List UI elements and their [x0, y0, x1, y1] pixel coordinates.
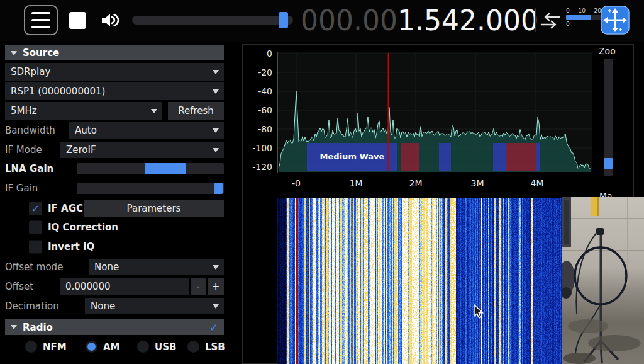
radio-nfm[interactable] [25, 341, 37, 353]
if-gain-handle[interactable] [214, 183, 223, 194]
offset-increment-button[interactable]: + [208, 278, 224, 295]
radio-lsb[interactable] [187, 341, 199, 353]
stop-button[interactable] [63, 6, 92, 34]
volume-button[interactable] [94, 6, 125, 34]
offset-value: 0.000000 [65, 281, 111, 292]
chevron-down-icon [213, 304, 219, 309]
snr-tick: 10 [578, 8, 585, 14]
radio-selected-dot [87, 343, 96, 351]
lna-gain-label: LNA Gain [5, 163, 53, 174]
frequency-leading-zeros: 000.00 [301, 4, 397, 37]
samplerate-row: 5MHz Refresh [5, 102, 224, 120]
fft-x-tick: 4M [523, 178, 551, 188]
offset-label: Offset [5, 281, 33, 292]
toolbar-divider [535, 8, 536, 32]
bandwidth-dropdown[interactable]: Auto [69, 122, 224, 139]
webcam-overlay [562, 197, 644, 364]
source-header-label: Source [23, 47, 59, 59]
fft-y-tick: -20 [243, 67, 272, 77]
radio-usb[interactable] [137, 341, 149, 353]
hamburger-icon [31, 12, 50, 28]
frequency-display[interactable]: 000.001.542.000 [301, 4, 526, 38]
lna-gain-slider[interactable] [77, 163, 224, 174]
mode-label-usb: USB [155, 341, 176, 353]
mode-selector-row: NFM AM USB LSB [5, 339, 224, 355]
if-gain-label: IF Gain [5, 183, 38, 194]
decimation-dropdown[interactable]: None [85, 298, 224, 314]
mouse-cursor [473, 304, 487, 319]
volume-slider-handle[interactable] [279, 12, 288, 28]
driver-row: SDRplay [5, 63, 224, 81]
offset-decrement-button[interactable]: - [191, 278, 206, 295]
if-mode-row: IF Mode ZeroIF [5, 142, 224, 158]
svg-text:Medium Wave: Medium Wave [320, 152, 385, 161]
invert-iq-checkbox[interactable] [29, 241, 42, 254]
offset-mode-row: Offset mode None [5, 259, 224, 275]
radio-header-label: Radio [23, 322, 53, 333]
fft-x-tick: 2M [402, 178, 430, 188]
lna-gain-handle[interactable] [145, 163, 186, 174]
snr-bar-fill [566, 15, 591, 20]
offset-input[interactable]: 0.000000 [60, 278, 189, 295]
section-header-source[interactable]: Source [5, 45, 224, 60]
mode-label-am: AM [103, 341, 120, 353]
chevron-down-icon [213, 265, 219, 270]
iq-correction-checkbox[interactable] [29, 221, 42, 234]
driver-value: SDRplay [11, 66, 50, 77]
invert-iq-row: Invert IQ [5, 239, 224, 254]
bandwidth-label: Bandwidth [5, 125, 55, 136]
if-gain-row: IF Gain [5, 181, 224, 196]
refresh-button[interactable]: Refresh [168, 102, 224, 120]
swap-arrows-icon [540, 11, 561, 30]
radio-enabled-check-icon[interactable]: ✓ [209, 321, 218, 334]
collapse-triangle-icon [11, 51, 17, 55]
offset-row: Offset 0.000000 - + [5, 278, 224, 295]
radio-am[interactable] [86, 341, 97, 353]
fft-x-tick: -0 [282, 178, 310, 188]
driver-dropdown[interactable]: SDRplay [5, 63, 224, 81]
speaker-icon [99, 10, 119, 30]
pan-zoom-button[interactable] [600, 5, 630, 35]
menu-button[interactable] [24, 5, 58, 35]
move-cross-icon [601, 6, 630, 35]
zoom-slider[interactable] [604, 59, 613, 176]
bandwidth-row: Bandwidth Auto [5, 122, 224, 139]
snr-scale: 0 10 20 [566, 8, 601, 14]
if-agc-checkbox[interactable]: ✓ [29, 202, 42, 215]
fft-y-tick: 0 [243, 48, 272, 59]
minus-icon: - [196, 281, 199, 292]
section-header-radio[interactable]: Radio ✓ [5, 319, 224, 335]
toolbar: 000.001.542.000 0 10 20 0 [0, 0, 644, 42]
lna-gain-row: LNA Gain [5, 161, 224, 176]
zoom-label: Zoo [599, 46, 616, 56]
device-dropdown[interactable]: RSP1 (0000000001) [5, 82, 224, 100]
zoom-slider-handle[interactable] [604, 158, 613, 169]
swap-button[interactable] [538, 11, 562, 31]
if-gain-slider[interactable] [77, 183, 224, 194]
if-agc-row: ✓ IF AGC Parameters [5, 200, 224, 217]
fft-spectrum[interactable]: Medium Wave [275, 50, 593, 176]
parameters-button[interactable]: Parameters [84, 200, 224, 217]
mode-label-nfm: NFM [43, 341, 67, 353]
invert-iq-label: Invert IQ [48, 241, 94, 253]
fft-y-tick: -120 [243, 162, 272, 172]
chevron-down-icon [151, 109, 157, 113]
fft-y-tick: -60 [243, 105, 272, 115]
if-mode-label: IF Mode [5, 144, 42, 156]
waterfall-display[interactable] [277, 198, 591, 364]
frequency-value: 1.542.000 [397, 4, 538, 37]
volume-slider[interactable] [132, 16, 293, 25]
mode-label-lsb: LSB [205, 341, 225, 353]
samplerate-dropdown[interactable]: 5MHz [5, 102, 162, 120]
if-mode-dropdown[interactable]: ZeroIF [60, 142, 224, 158]
device-row: RSP1 (0000000001) [5, 82, 224, 100]
iq-correction-label: IQ Correction [48, 222, 118, 233]
fft-x-tick: 3M [464, 178, 491, 188]
chevron-down-icon [213, 128, 219, 133]
check-icon: ✓ [31, 203, 40, 215]
device-value: RSP1 (0000000001) [11, 86, 105, 97]
iq-correction-row: IQ Correction [5, 220, 224, 235]
offset-mode-value: None [94, 261, 119, 273]
offset-mode-dropdown[interactable]: None [89, 259, 224, 275]
chevron-down-icon [213, 148, 219, 152]
